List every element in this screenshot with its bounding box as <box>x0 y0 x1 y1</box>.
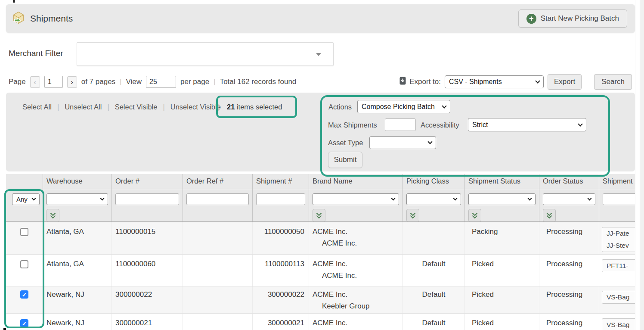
max-shipments-label: Max Shipments <box>328 121 377 129</box>
unselect-all-link[interactable]: Unselect All <box>65 103 102 111</box>
chevron-down-icon <box>535 78 540 83</box>
cell-order: 1100000060 <box>112 255 183 286</box>
chevron-down-icon <box>442 103 446 108</box>
merchant-filter-select[interactable] <box>77 42 334 66</box>
page-count-label: of 7 pages <box>81 78 115 86</box>
chevron-down-icon <box>391 196 396 201</box>
max-shipments-input[interactable] <box>385 118 416 131</box>
cell-brand: ACME Inc.ACME Inc. <box>309 255 403 286</box>
column-header-picking-class: Picking Class <box>403 174 464 189</box>
submit-button[interactable]: Submit <box>328 152 362 168</box>
order-status-filter-apply-button[interactable] <box>543 209 556 222</box>
cell-warehouse: Newark, NJ <box>43 314 112 330</box>
table-header: Any Warehouse Order # Order Ref # Shipme… <box>6 174 635 222</box>
column-header-shipment-status: Shipment Status <box>465 174 539 189</box>
cell-shipment-items: JJ-PateJJ-Stev <box>599 222 635 254</box>
next-page-button[interactable]: › <box>67 76 77 88</box>
search-button[interactable]: Search <box>594 74 632 90</box>
bulk-actions-toolbar: Select All | Unselect All | Select Visib… <box>6 93 635 171</box>
shipment-status-filter-apply-button[interactable] <box>468 209 481 222</box>
page-label: Page <box>9 78 26 86</box>
table-row: Newark, NJ 300000022 300000022 ACME Inc.… <box>6 287 635 314</box>
select-all-link[interactable]: Select All <box>22 103 52 111</box>
page-title: Shipments <box>30 13 73 24</box>
actions-select[interactable]: Compose Picking Batch <box>357 100 450 113</box>
any-filter-select[interactable]: Any <box>12 193 40 205</box>
export-file-icon <box>399 77 406 87</box>
double-chevron-down-icon <box>50 212 56 219</box>
column-header-warehouse: Warehouse <box>43 174 111 189</box>
row-checkbox[interactable] <box>20 260 28 268</box>
page-number-input[interactable] <box>44 76 63 88</box>
caret-down-icon <box>316 53 321 56</box>
chevron-down-icon <box>528 196 532 201</box>
cell-shipment-items: PFT11- <box>599 255 635 286</box>
cell-order-ref <box>183 222 253 254</box>
unselect-visible-link[interactable]: Unselect Visible <box>170 103 221 111</box>
merchant-filter-label: Merchant Filter <box>9 49 63 58</box>
column-header-brand: Brand Name <box>309 174 402 189</box>
column-header-order-status: Order Status <box>539 174 599 189</box>
cell-order: 1100000015 <box>112 222 183 254</box>
order-status-filter-select[interactable] <box>543 193 595 205</box>
content-edge-divider <box>635 0 635 330</box>
picking-class-filter-apply-button[interactable] <box>406 209 419 222</box>
cell-order-ref <box>183 287 253 313</box>
cell-brand: ACME Inc.Keebler Group <box>309 314 403 330</box>
shipment-status-filter-select[interactable] <box>468 193 536 205</box>
accessibility-select[interactable]: Strict <box>468 118 586 131</box>
cell-order-status: Processing <box>539 314 599 330</box>
shipment-items-filter-input[interactable] <box>603 193 635 205</box>
double-chevron-down-icon <box>471 212 478 219</box>
cell-warehouse: Atlanta, GA <box>43 222 112 254</box>
cell-order-ref <box>183 314 253 330</box>
table-body: Atlanta, GA 1100000015 1100000050 ACME I… <box>6 222 635 330</box>
cell-shipment: 1100000050 <box>253 222 309 254</box>
asset-type-label: Asset Type <box>328 139 363 147</box>
cell-picking-class <box>403 222 465 254</box>
order-ref-filter-input[interactable] <box>186 193 249 205</box>
chevron-down-icon <box>100 196 105 201</box>
warehouse-filter-apply-button[interactable] <box>46 209 59 222</box>
cell-shipment-status: Picked <box>465 287 539 313</box>
cell-order-status: Processing <box>539 287 599 313</box>
order-filter-input[interactable] <box>115 193 179 205</box>
column-header-order: Order # <box>112 174 183 189</box>
row-checkbox[interactable] <box>20 319 28 327</box>
asset-type-select[interactable] <box>369 136 436 149</box>
export-to-label: Export to: <box>409 78 441 86</box>
cell-shipment-status: Picked <box>465 314 539 330</box>
cell-warehouse: Atlanta, GA <box>43 255 112 286</box>
brand-filter-select[interactable] <box>313 193 399 205</box>
export-format-select[interactable]: CSV - Shipments <box>445 75 544 88</box>
cell-order-status: Processing <box>539 255 599 286</box>
cell-shipment-status: Packing <box>465 222 539 254</box>
cell-order: 300000021 <box>112 314 183 330</box>
cell-order-status: Processing <box>539 222 599 254</box>
cell-brand: ACME Inc.ACME Inc. <box>309 222 403 254</box>
view-label: View <box>126 78 142 86</box>
start-new-picking-batch-button[interactable]: + Start New Picking Batch <box>518 9 627 28</box>
export-button[interactable]: Export <box>548 74 582 90</box>
row-checkbox[interactable] <box>20 290 28 299</box>
prev-page-button[interactable]: ‹ <box>30 76 40 88</box>
table-row: Atlanta, GA 1100000015 1100000050 ACME I… <box>6 222 635 255</box>
cell-shipment: 1100000113 <box>253 255 309 286</box>
selected-count: 21 <box>227 103 235 111</box>
select-visible-link[interactable]: Select Visible <box>115 103 158 111</box>
warehouse-filter-select[interactable] <box>46 193 108 205</box>
brand-filter-apply-button[interactable] <box>313 209 325 222</box>
vertical-scrollbar[interactable] <box>640 0 644 330</box>
shipment-filter-input[interactable] <box>256 193 305 205</box>
accessibility-label: Accessibility <box>421 121 459 129</box>
cell-picking-class: Default <box>403 314 465 330</box>
row-checkbox[interactable] <box>20 228 28 236</box>
column-header-order-ref: Order Ref # <box>183 174 252 189</box>
picking-class-filter-select[interactable] <box>406 193 461 205</box>
package-icon <box>12 11 25 26</box>
total-records-label: Total 162 records found <box>220 78 297 86</box>
per-page-input[interactable] <box>146 76 176 88</box>
double-chevron-down-icon <box>409 212 416 219</box>
selection-links: Select All | Unselect All | Select Visib… <box>22 103 221 111</box>
cell-shipment: 300000021 <box>253 314 309 330</box>
